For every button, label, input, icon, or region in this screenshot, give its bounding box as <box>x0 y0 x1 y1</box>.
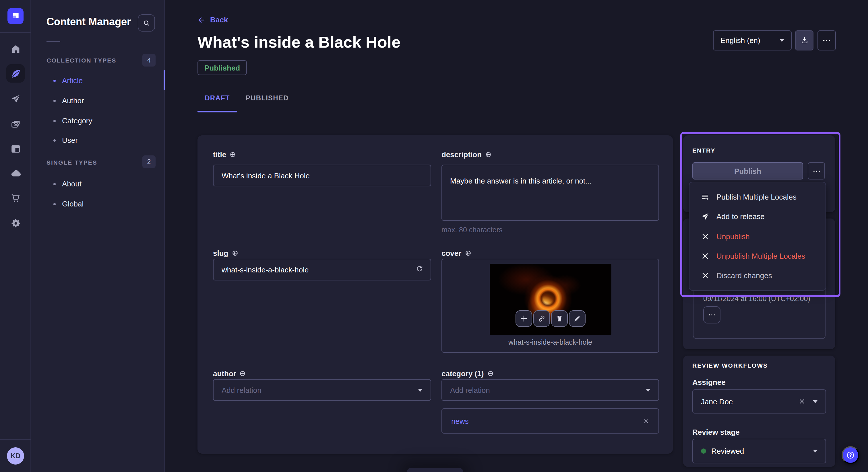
nav-releases-button[interactable] <box>7 91 24 107</box>
entry-more-button[interactable] <box>808 162 825 179</box>
globe-icon <box>229 151 236 158</box>
back-label: Back <box>210 15 228 24</box>
cover-label-text: cover <box>441 249 461 258</box>
nav-content-type-builder-button[interactable] <box>7 140 24 157</box>
link-icon <box>537 314 546 323</box>
cover-edit-button[interactable] <box>569 310 586 327</box>
back-link[interactable]: Back <box>197 15 228 24</box>
export-button[interactable] <box>795 30 813 50</box>
search-icon <box>142 19 151 27</box>
nav-deploy-button[interactable] <box>7 165 24 181</box>
category-relation-select[interactable]: Add relation <box>441 379 659 401</box>
tab-draft[interactable]: DRAFT <box>197 94 237 102</box>
chevron-down-icon <box>813 400 817 403</box>
sidebar-divider <box>46 41 60 42</box>
release-more-button[interactable] <box>703 306 720 324</box>
slug-field-label: slug <box>213 249 238 258</box>
sidebar-item-category[interactable]: Category <box>46 116 92 125</box>
active-tab-underline <box>197 111 237 112</box>
help-button[interactable] <box>842 446 859 464</box>
sidebar-item-global[interactable]: Global <box>46 200 84 208</box>
tab-published[interactable]: PUBLISHED <box>246 94 284 102</box>
slug-input[interactable] <box>213 259 431 280</box>
menu-item-unpublish[interactable]: Unpublish <box>689 227 826 246</box>
assignee-select[interactable]: Jane Doe <box>692 390 826 413</box>
author-relation-select[interactable]: Add relation <box>213 379 431 401</box>
sidebar-item-label: Author <box>62 96 84 105</box>
locale-selected-value: English (en) <box>720 36 761 45</box>
locale-select[interactable]: English (en) <box>713 30 792 50</box>
nav-marketplace-button[interactable] <box>7 190 24 206</box>
sidebar-item-label: Article <box>62 76 83 85</box>
sidebar-item-label: User <box>62 136 78 144</box>
relation-news-link[interactable]: news <box>451 417 469 425</box>
menu-item-discard-changes[interactable]: Discard changes <box>689 266 826 285</box>
collapsed-panel-peek[interactable] <box>407 468 463 472</box>
menu-item-add-to-release[interactable]: Add to release <box>689 207 826 227</box>
cover-add-button[interactable] <box>516 310 532 327</box>
cross-icon <box>701 232 710 241</box>
search-button[interactable] <box>138 14 155 32</box>
menu-item-label: Add to release <box>716 212 765 221</box>
home-icon <box>10 43 21 54</box>
nav-media-library-button[interactable] <box>7 116 24 132</box>
sidebar-item-article[interactable]: Article <box>46 76 83 85</box>
sidebar-item-label: Category <box>62 116 92 125</box>
remove-relation-button[interactable] <box>643 418 649 424</box>
release-date: 09/11/2024 at 16:00 (UTC+02:00) <box>703 295 810 303</box>
globe-icon <box>240 370 246 377</box>
stage-value: Reviewed <box>711 447 744 456</box>
category-relation-item: news <box>441 408 659 434</box>
review-workflows-panel: REVIEW WORKFLOWS Assignee Jane Doe Revie… <box>683 356 835 467</box>
media-icon <box>10 119 21 129</box>
regenerate-slug-icon[interactable] <box>415 265 424 274</box>
cover-image-actions <box>516 310 586 327</box>
sidebar-section-collection-types: COLLECTION TYPES <box>46 57 116 64</box>
nav-settings-button[interactable] <box>7 215 24 231</box>
author-placeholder: Add relation <box>222 386 261 394</box>
menu-item-unpublish-multiple-locales[interactable]: Unpublish Multiple Locales <box>689 246 826 266</box>
cover-delete-button[interactable] <box>551 310 568 327</box>
menu-item-publish-multiple-locales[interactable]: Publish Multiple Locales <box>689 187 826 207</box>
collection-types-count-badge: 4 <box>143 54 156 67</box>
publish-button[interactable]: Publish <box>692 162 803 179</box>
author-label-text: author <box>213 369 236 378</box>
single-types-count-badge: 2 <box>143 156 156 168</box>
strapi-logo[interactable] <box>7 8 24 24</box>
review-stage-label: Review stage <box>692 428 740 436</box>
status-badge: Published <box>197 60 247 75</box>
sidebar-item-author[interactable]: Author <box>46 96 84 105</box>
sidebar-item-about[interactable]: About <box>46 179 82 188</box>
paper-plane-icon <box>701 212 710 221</box>
rail-divider-bottom <box>0 439 31 440</box>
slug-label-text: slug <box>213 249 228 258</box>
pencil-icon <box>573 314 582 323</box>
user-avatar[interactable]: KD <box>7 447 24 465</box>
category-field-label: category (1) <box>441 369 493 378</box>
nav-content-manager-button[interactable] <box>7 65 24 81</box>
cart-icon <box>10 193 21 203</box>
feather-icon <box>10 68 21 79</box>
sidebar-item-user[interactable]: User <box>46 136 78 144</box>
globe-icon <box>231 250 238 256</box>
cover-copy-link-button[interactable] <box>533 310 550 327</box>
description-field-label: description <box>441 150 491 159</box>
chevron-down-icon <box>780 39 784 42</box>
cloud-icon <box>10 168 21 179</box>
nav-home-button[interactable] <box>7 41 24 57</box>
bullet-icon <box>53 100 56 102</box>
clear-assignee-icon[interactable] <box>799 398 805 405</box>
cross-icon <box>701 272 710 280</box>
description-textarea[interactable]: Maybe the answer is in this article, or … <box>441 165 659 221</box>
title-label-text: title <box>213 150 226 159</box>
chevron-down-icon <box>646 389 650 392</box>
review-stage-select[interactable]: Reviewed <box>692 439 826 463</box>
menu-item-label: Publish Multiple Locales <box>716 193 797 201</box>
bullet-icon <box>53 203 56 205</box>
header-more-button[interactable] <box>817 30 836 50</box>
cover-media-box: what-s-inside-a-black-hole <box>441 259 659 353</box>
title-input[interactable] <box>213 165 431 187</box>
sidebar: Content Manager COLLECTION TYPES 4 Artic… <box>31 0 165 472</box>
gear-icon <box>10 217 21 229</box>
category-label-text: category (1) <box>441 369 484 378</box>
